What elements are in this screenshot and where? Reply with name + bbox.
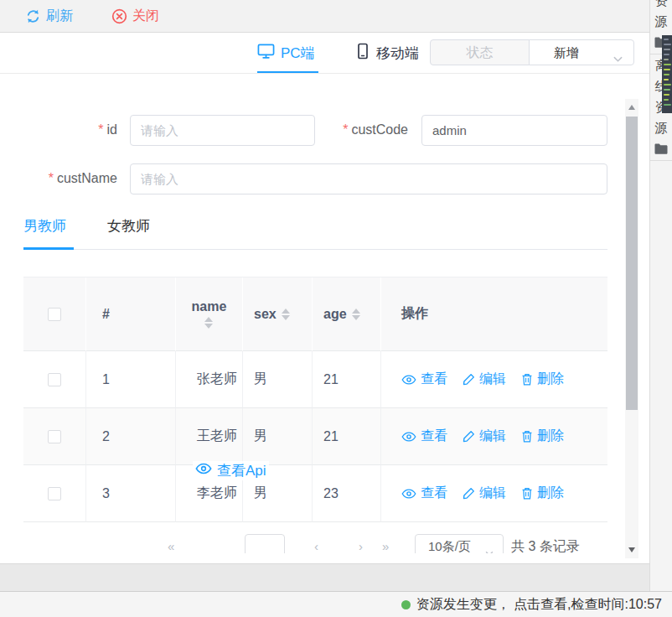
table-body: 1张老师男21查看编辑删除2王老师男21查看编辑删除3李老师男23查看编辑删除: [23, 351, 607, 522]
scroll-down-arrow[interactable]: [628, 547, 635, 552]
cell-name: 王老师: [176, 408, 243, 465]
row-action-edit[interactable]: 编辑: [463, 428, 506, 445]
cell-checkbox: [23, 408, 86, 465]
required-asterisk: *: [49, 171, 54, 185]
cell-operations: 查看编辑删除: [381, 351, 607, 408]
pagination-bar: « ‹ › » 10条/页 共 3 条记录: [0, 534, 649, 553]
col-header-sex: sex: [243, 277, 313, 351]
page-size-value: 10条/页: [428, 539, 471, 553]
tab-male-teacher[interactable]: 男教师: [23, 216, 66, 248]
row-action-view[interactable]: 查看: [401, 485, 447, 502]
required-asterisk: *: [98, 122, 103, 137]
cell-sex: 男: [243, 408, 313, 465]
row-action-delete[interactable]: 删除: [521, 485, 564, 502]
row-checkbox[interactable]: [48, 373, 61, 386]
eye-icon: [401, 488, 416, 500]
minimap-strip[interactable]: [662, 35, 672, 113]
pagination-page-button[interactable]: [245, 534, 285, 553]
top-toolbar: 刷新 关闭: [0, 0, 649, 33]
device-tabbar: PC端 移动端 状态 新增: [0, 33, 649, 74]
cell-name: 张老师: [176, 351, 243, 408]
folder-icon: [654, 143, 668, 153]
pencil-icon: [463, 487, 475, 500]
col-header-age: age: [313, 277, 381, 351]
pagination-next[interactable]: ›: [359, 534, 361, 553]
pagination-prev[interactable]: ‹: [314, 534, 317, 553]
refresh-button[interactable]: 刷新: [25, 8, 73, 25]
teacher-tab-underline: [23, 247, 74, 250]
cell-sex: 男: [243, 351, 313, 408]
scroll-up-arrow[interactable]: [628, 105, 635, 110]
cell-checkbox: [23, 465, 86, 522]
row-action-edit[interactable]: 编辑: [463, 371, 506, 388]
pagination-last[interactable]: »: [382, 534, 387, 553]
add-select[interactable]: 新增: [529, 39, 634, 65]
row-action-view[interactable]: 查看: [401, 428, 447, 445]
mobile-icon: [355, 43, 370, 64]
preview-content: *id *custCode *custName 男教师 女教师 # name: [0, 74, 649, 563]
app-window: 刷新 关闭 PC端 移动端 状态 新增: [0, 0, 672, 617]
col-header-index: #: [86, 277, 176, 351]
pencil-icon: [463, 373, 475, 386]
table-row: 2王老师男21查看编辑删除: [23, 408, 607, 465]
tab-mobile[interactable]: 移动端: [355, 33, 419, 73]
sort-control-sex[interactable]: [282, 308, 290, 320]
view-api-button[interactable]: 查看Api: [193, 461, 269, 480]
row-action-delete[interactable]: 删除: [521, 371, 564, 388]
cell-index: 1: [86, 351, 176, 408]
table-row: 3李老师男23查看编辑删除: [23, 465, 607, 522]
right-sidebar: 资源离线资源: [649, 0, 672, 591]
row-action-edit[interactable]: 编辑: [463, 485, 506, 502]
sort-control-age[interactable]: [352, 308, 360, 320]
monitor-icon: [257, 43, 275, 64]
bottom-gap-band: [0, 563, 649, 591]
row-checkbox[interactable]: [48, 430, 61, 443]
table-row: 1张老师男21查看编辑删除: [23, 351, 607, 408]
status-dot-icon: [401, 600, 411, 609]
close-label: 关闭: [132, 8, 159, 25]
status-bar[interactable]: 资源发生变更， 点击查看,检查时间:10:57: [0, 591, 672, 617]
row-checkbox[interactable]: [48, 487, 61, 500]
custcode-input[interactable]: [421, 115, 607, 146]
pagination-total: 共 3 条记录: [511, 534, 580, 553]
status-message: 资源发生变更， 点击查看,检查时间:10:57: [416, 596, 662, 614]
row-action-view[interactable]: 查看: [401, 371, 447, 388]
table-header-row: # name sex age 操作: [23, 277, 607, 351]
tab-pc-label: PC端: [281, 44, 315, 63]
row-action-delete[interactable]: 删除: [521, 428, 564, 445]
tab-pc[interactable]: PC端: [257, 33, 315, 73]
field-label-custcode: *custCode: [291, 122, 408, 137]
pagination-first[interactable]: «: [168, 534, 173, 553]
content-scrollbar[interactable]: [625, 99, 638, 558]
select-all-checkbox[interactable]: [48, 308, 61, 321]
cell-age: 21: [313, 408, 381, 465]
cell-index: 2: [86, 408, 176, 465]
trash-icon: [521, 373, 533, 386]
custname-input[interactable]: [130, 163, 607, 194]
col-header-name: name: [176, 277, 243, 351]
trash-icon: [521, 430, 533, 443]
id-input[interactable]: [130, 115, 315, 146]
refresh-label: 刷新: [46, 8, 73, 25]
page-size-select[interactable]: 10条/页: [415, 534, 504, 553]
scrollbar-thumb[interactable]: [626, 117, 638, 410]
sort-control-name[interactable]: [204, 317, 213, 329]
tabs-border: [23, 249, 607, 250]
close-button[interactable]: 关闭: [111, 8, 159, 25]
sidebar-tab-label: 资源: [650, 0, 672, 32]
view-api-label: 查看Api: [217, 461, 266, 480]
cell-age: 21: [313, 351, 381, 408]
cell-operations: 查看编辑删除: [381, 465, 607, 522]
col-header-ops: 操作: [381, 277, 607, 351]
status-button[interactable]: 状态: [430, 39, 530, 65]
field-label-custname: *custName: [0, 171, 117, 186]
eye-icon: [195, 462, 212, 480]
chevron-down-icon: [484, 542, 494, 553]
tab-female-teacher[interactable]: 女教师: [107, 216, 150, 248]
pencil-icon: [463, 430, 475, 443]
field-label-id: *id: [0, 122, 117, 137]
cell-checkbox: [23, 351, 86, 408]
close-circle-icon: [111, 8, 127, 24]
trash-icon: [521, 487, 533, 500]
sidebar-divider: [650, 160, 672, 161]
